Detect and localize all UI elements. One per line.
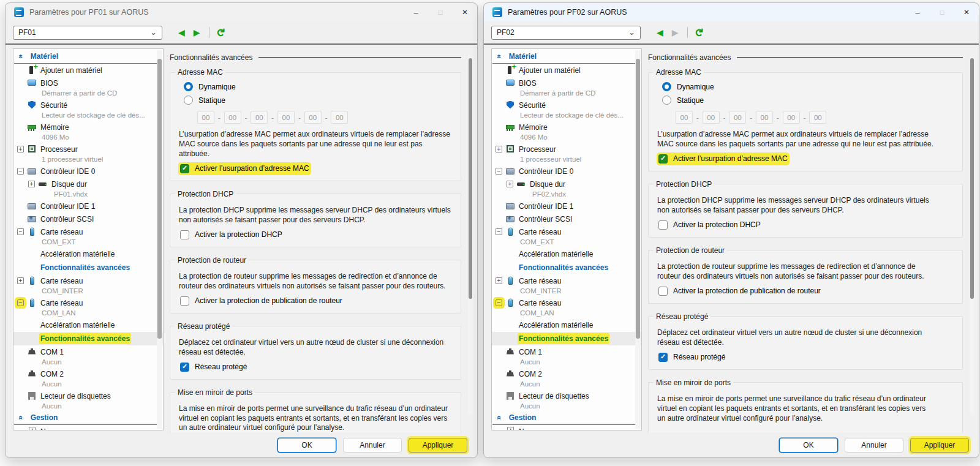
sidebar-item-controleur-ide-0[interactable]: −Contrôleur IDE 0 bbox=[492, 165, 641, 178]
checkbox-unchecked-icon[interactable] bbox=[658, 287, 668, 296]
ok-button[interactable]: OK bbox=[277, 438, 336, 453]
titlebar[interactable]: Paramètres pour PF01 sur AORUS – □ ✕ bbox=[6, 3, 477, 21]
checkbox-unchecked-icon[interactable] bbox=[180, 296, 189, 306]
minimize-button[interactable]: – bbox=[905, 3, 930, 21]
mac-octet-input[interactable]: 00 bbox=[676, 111, 693, 124]
collapse-section-icon[interactable]: « bbox=[17, 54, 25, 59]
checkbox-checked-icon[interactable] bbox=[180, 363, 189, 372]
collapse-icon[interactable]: − bbox=[17, 228, 24, 235]
tree-section-gestion[interactable]: «Gestion bbox=[492, 412, 641, 425]
mac-octet-input[interactable]: 00 bbox=[197, 111, 214, 124]
mac-octet-input[interactable]: 00 bbox=[224, 111, 241, 124]
mac-octet-input[interactable]: 00 bbox=[729, 111, 746, 124]
sidebar-item-com-1[interactable]: COM 1 bbox=[492, 345, 641, 358]
sidebar-item-memoire[interactable]: Mémoire bbox=[13, 121, 163, 133]
sidebar-item-fonctionnalites-avancees[interactable]: Fonctionnalités avancées bbox=[13, 332, 163, 345]
vm-selector-dropdown[interactable]: PF01 ⌄ bbox=[13, 26, 162, 40]
expand-icon[interactable]: + bbox=[17, 146, 24, 152]
sidebar-item-carte-reseau[interactable]: −Carte réseau bbox=[492, 225, 641, 238]
mac-octet-input[interactable]: 00 bbox=[304, 111, 322, 124]
collapse-icon[interactable]: − bbox=[496, 299, 502, 306]
expand-icon[interactable]: + bbox=[496, 277, 502, 284]
collapse-icon[interactable]: − bbox=[496, 168, 502, 175]
collapse-icon[interactable]: − bbox=[17, 168, 24, 175]
cancel-button[interactable]: Annuler bbox=[845, 438, 903, 453]
radio-checked-icon[interactable] bbox=[184, 82, 193, 91]
checkbox-checked-icon[interactable] bbox=[658, 353, 668, 362]
dhcp-checkbox-row[interactable]: Activer la protection DHCP bbox=[180, 230, 282, 239]
sidebar-item-securite[interactable]: Sécurité bbox=[13, 99, 163, 111]
radio-dynamique[interactable]: Dynamique bbox=[184, 82, 453, 91]
sidebar-item-fonctionnalites-avancees[interactable]: Fonctionnalités avancées bbox=[13, 261, 163, 274]
tree-section-gestion[interactable]: «Gestion bbox=[14, 412, 162, 425]
protected-checkbox-row[interactable]: Réseau protégé bbox=[658, 353, 725, 362]
expand-icon[interactable]: + bbox=[28, 181, 35, 187]
collapse-icon[interactable]: − bbox=[17, 299, 24, 306]
sidebar-scrollbar-thumb[interactable] bbox=[157, 59, 162, 339]
content-scrollbar[interactable] bbox=[468, 56, 473, 415]
sidebar-item-disque-dur[interactable]: +Disque dur bbox=[13, 178, 163, 190]
sidebar-item-fonctionnalites-avancees[interactable]: Fonctionnalités avancées bbox=[492, 261, 641, 274]
protected-checkbox-row[interactable]: Réseau protégé bbox=[180, 363, 247, 372]
sidebar-item-acceleration-materielle[interactable]: Accélération matérielle bbox=[13, 318, 163, 332]
radio-statique[interactable]: Statique bbox=[662, 96, 955, 105]
mac-octet-input[interactable]: 00 bbox=[703, 111, 720, 124]
expand-icon[interactable]: + bbox=[507, 181, 513, 187]
collapse-section-icon[interactable]: « bbox=[17, 416, 25, 420]
sidebar-item-nom[interactable]: Nom bbox=[492, 425, 641, 430]
router-checkbox-row[interactable]: Activer la protection de publication de … bbox=[658, 287, 821, 296]
radio-dynamique[interactable]: Dynamique bbox=[662, 82, 955, 91]
checkbox-unchecked-icon[interactable] bbox=[180, 230, 189, 239]
refresh-icon[interactable]: ↻ bbox=[214, 28, 225, 37]
collapse-section-icon[interactable]: « bbox=[495, 416, 503, 420]
sidebar-item-securite[interactable]: Sécurité bbox=[492, 99, 641, 111]
sidebar-item-processeur[interactable]: +Processeur bbox=[13, 143, 163, 156]
sidebar-item-memoire[interactable]: Mémoire bbox=[492, 121, 641, 133]
radio-checked-icon[interactable] bbox=[662, 82, 671, 91]
titlebar[interactable]: Paramètres pour PF02 sur AORUS – □ ✕ bbox=[484, 3, 979, 21]
expand-icon[interactable]: + bbox=[17, 277, 24, 284]
radio-statique[interactable]: Statique bbox=[184, 96, 453, 105]
ok-button[interactable]: OK bbox=[779, 438, 838, 453]
radio-unchecked-icon[interactable] bbox=[184, 96, 193, 105]
sidebar-item-bios[interactable]: BIOS bbox=[13, 77, 163, 89]
sidebar-scrollbar[interactable] bbox=[157, 50, 162, 429]
sidebar-item-lecteur-de-disquettes[interactable]: Lecteur de disquettes bbox=[492, 389, 641, 402]
sidebar-scrollbar-thumb[interactable] bbox=[636, 59, 640, 339]
apply-button[interactable]: Appliquer bbox=[409, 438, 467, 453]
sidebar-item-processeur[interactable]: +Processeur bbox=[492, 143, 641, 156]
close-button[interactable]: ✕ bbox=[453, 3, 477, 21]
radio-unchecked-icon[interactable] bbox=[662, 96, 671, 105]
content-scrollbar-thumb[interactable] bbox=[970, 58, 974, 299]
collapse-section-icon[interactable]: « bbox=[495, 54, 503, 59]
sidebar-item-controleur-scsi[interactable]: Contrôleur SCSI bbox=[492, 212, 641, 225]
sidebar-item-lecteur-de-disquettes[interactable]: Lecteur de disquettes bbox=[13, 389, 163, 402]
sidebar-item-carte-reseau[interactable]: −Carte réseau bbox=[492, 296, 641, 309]
mac-octet-input[interactable]: 00 bbox=[756, 111, 773, 124]
checkbox-checked-icon[interactable] bbox=[658, 154, 668, 163]
refresh-icon[interactable]: ↻ bbox=[693, 28, 704, 37]
forward-icon[interactable]: ▶ bbox=[672, 28, 679, 37]
sidebar-item-carte-reseau[interactable]: −Carte réseau bbox=[13, 225, 163, 238]
sidebar-item-com-2[interactable]: COM 2 bbox=[492, 367, 641, 380]
router-checkbox-row[interactable]: Activer la protection de publication de … bbox=[180, 296, 342, 306]
cancel-button[interactable]: Annuler bbox=[343, 438, 402, 453]
sidebar-item-bios[interactable]: BIOS bbox=[492, 77, 641, 89]
sidebar-item-controleur-ide-1[interactable]: Contrôleur IDE 1 bbox=[492, 200, 641, 212]
sidebar-item-acceleration-materielle[interactable]: Accélération matérielle bbox=[13, 247, 163, 261]
sidebar-item-disque-dur[interactable]: +Disque dur bbox=[492, 178, 641, 190]
close-button[interactable]: ✕ bbox=[954, 3, 979, 21]
sidebar-item-carte-reseau[interactable]: +Carte réseau bbox=[13, 274, 163, 287]
collapse-icon[interactable]: − bbox=[496, 228, 502, 235]
sidebar-item-com-1[interactable]: COM 1 bbox=[13, 345, 163, 358]
sidebar-item-fonctionnalites-avancees[interactable]: Fonctionnalités avancées bbox=[492, 332, 641, 345]
content-scrollbar[interactable] bbox=[970, 56, 974, 415]
mac-octet-input[interactable]: 00 bbox=[277, 111, 295, 124]
mac-spoof-checkbox-row[interactable]: Activer l’usurpation d’adresse MAC bbox=[180, 164, 309, 173]
sidebar-item-nom[interactable]: Nom bbox=[13, 425, 163, 430]
content-scrollbar-thumb[interactable] bbox=[469, 58, 472, 299]
mac-octet-input[interactable]: 00 bbox=[783, 111, 800, 124]
checkbox-checked-icon[interactable] bbox=[180, 164, 189, 173]
forward-icon[interactable]: ▶ bbox=[194, 28, 200, 37]
back-icon[interactable]: ◀ bbox=[657, 28, 663, 37]
